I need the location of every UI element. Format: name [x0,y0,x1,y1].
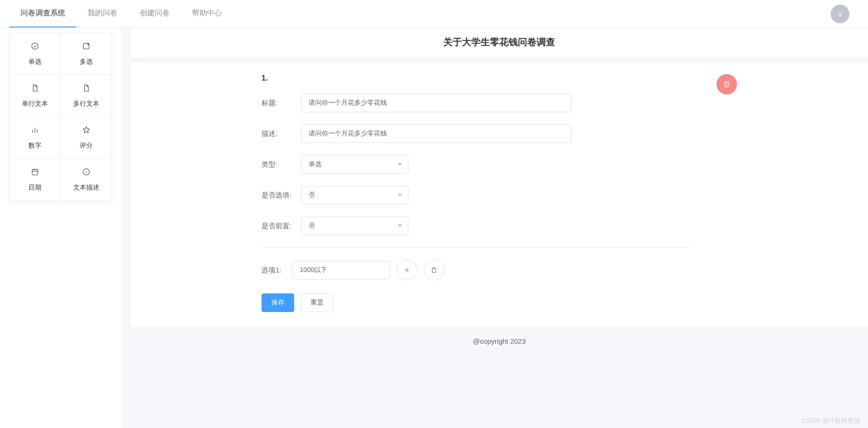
question-type-sidebar: 单选 多选 单行文本 多行文本 数字 [0,28,121,428]
chevron-down-icon [398,163,402,166]
prefix-label: 是否前置: [262,222,301,231]
title-label: 标题: [262,99,301,108]
palette-rate[interactable]: 评分 [61,117,111,159]
palette-label: 数字 [28,142,41,150]
bar-chart-icon [31,126,39,134]
calendar-icon [31,168,39,176]
avatar[interactable]: u [831,5,849,23]
question-number: 1. [262,74,690,82]
chevron-down-icon [398,194,402,197]
type-value: 单选 [309,160,322,169]
palette-single-text[interactable]: 单行文本 [10,75,61,117]
desc-label: 描述: [262,129,301,138]
palette-label: 单选 [28,58,41,66]
option1-label: 选项1: [262,266,286,275]
type-label: 类型: [262,160,301,169]
main-content: 关于大学生零花钱问卷调查 1. 标题: 描述: [121,28,868,428]
palette-label: 日期 [28,183,41,192]
required-label: 是否选填: [262,191,301,200]
watermark: CSDN @IT教程资源 [802,417,861,425]
chevron-down-icon [398,224,402,227]
add-option-button[interactable] [397,260,417,280]
svg-point-0 [32,43,38,49]
radio-icon [31,42,39,50]
palette-label: 多选 [80,58,93,66]
main-nav: 问卷调查系统 我的问卷 创建问卷 帮助中心 [9,0,233,27]
reset-button[interactable]: 重置 [301,293,333,312]
divider [262,247,690,248]
required-select[interactable]: 否 [301,186,408,204]
question-type-palette: 单选 多选 单行文本 多行文本 数字 [9,33,112,201]
nav-system[interactable]: 问卷调查系统 [9,0,76,27]
star-icon [82,126,90,134]
delete-question-button[interactable] [716,74,737,95]
save-button[interactable]: 保存 [262,293,294,312]
title-input[interactable] [301,94,572,112]
palette-multi-text[interactable]: 多行文本 [61,75,111,117]
option1-input[interactable] [292,261,390,279]
trash-icon [430,266,438,274]
question-card: 1. 标题: 描述: 类型: 单选 [131,63,868,326]
palette-checkbox[interactable]: 多选 [61,33,111,75]
footer-copyright: @copyright 2023 [131,326,868,359]
nav-help[interactable]: 帮助中心 [181,0,233,27]
palette-label: 评分 [80,142,93,150]
plus-icon [403,266,411,274]
survey-title: 关于大学生零花钱问卷调查 [131,28,868,58]
info-icon [82,168,90,176]
top-header: 问卷调查系统 我的问卷 创建问卷 帮助中心 u [0,0,868,28]
palette-label: 文本描述 [73,183,99,192]
trash-icon [723,80,731,88]
file-icon [82,84,90,92]
checkbox-icon [82,42,90,50]
palette-date[interactable]: 日期 [10,159,61,201]
palette-radio[interactable]: 单选 [10,33,61,75]
palette-desc[interactable]: 文本描述 [61,159,111,201]
nav-my-surveys[interactable]: 我的问卷 [76,0,129,27]
prefix-value: 否 [309,222,315,230]
palette-label: 单行文本 [22,100,48,108]
required-value: 否 [309,191,315,199]
nav-create[interactable]: 创建问卷 [129,0,181,27]
prefix-select[interactable]: 否 [301,217,408,235]
type-select[interactable]: 单选 [301,155,408,174]
desc-input[interactable] [301,124,572,143]
remove-option-button[interactable] [424,260,444,280]
file-icon [31,84,39,92]
palette-label: 多行文本 [73,100,99,108]
svg-rect-2 [32,170,38,175]
palette-number[interactable]: 数字 [10,117,61,159]
